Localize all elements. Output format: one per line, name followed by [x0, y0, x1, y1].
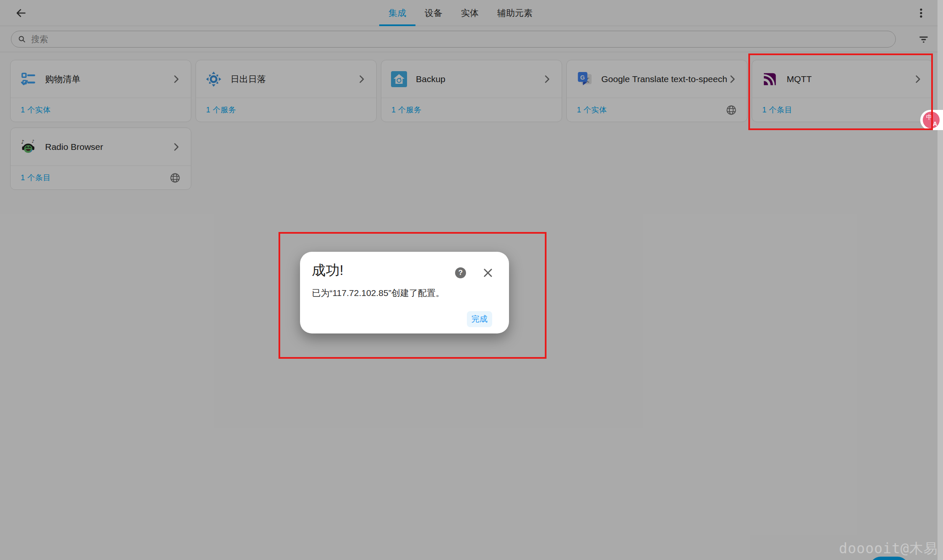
help-icon[interactable]: ? — [455, 267, 466, 278]
dialog-title: 成功! — [312, 261, 343, 280]
scrollbar[interactable] — [938, 0, 943, 560]
translate-badge-glyph-bottom: A — [933, 120, 937, 127]
help-glyph: ? — [458, 269, 463, 277]
done-button[interactable]: 完成 — [467, 311, 492, 327]
close-icon[interactable] — [482, 267, 494, 279]
translate-badge-icon[interactable]: 中 A — [923, 112, 940, 128]
dialog-message: 已为“117.72.102.85”创建了配置。 — [312, 287, 445, 299]
success-dialog: 成功! ? 已为“117.72.102.85”创建了配置。 完成 — [300, 252, 509, 333]
translate-badge-pill: 中 A — [920, 110, 943, 130]
translate-badge-glyph-top: 中 — [926, 113, 932, 121]
